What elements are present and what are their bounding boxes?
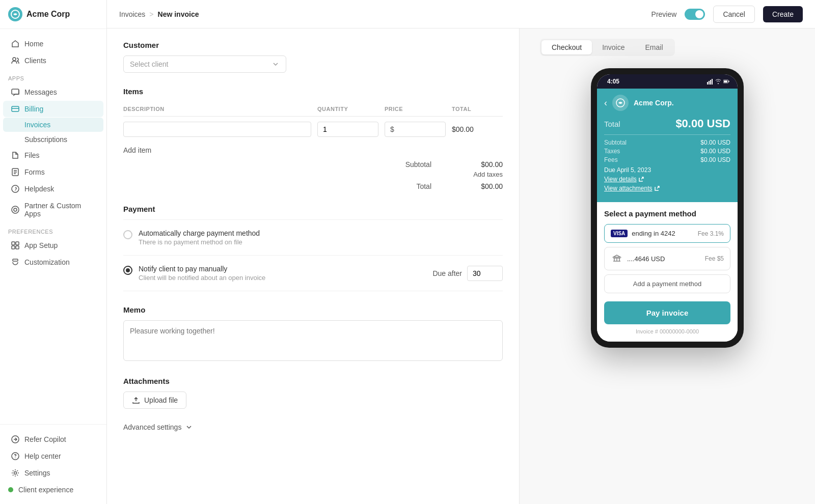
client-select[interactable]: Select client <box>123 55 286 73</box>
svg-rect-21 <box>728 81 729 82</box>
items-section: Items DESCRIPTION QUANTITY PRICE TOTAL <box>123 87 503 190</box>
phone-payment-visa-left: VISA ending in 4242 <box>611 230 675 237</box>
phone-pay-button[interactable]: Pay invoice <box>604 301 730 324</box>
phone-divider <box>604 134 730 135</box>
sidebar-item-forms[interactable]: Forms <box>3 164 103 180</box>
phone-brand-icon <box>612 95 629 111</box>
phone-taxes-row: Taxes $0.00 USD <box>604 148 730 155</box>
memo-title: Memo <box>123 305 503 314</box>
attachments-title: Attachments <box>123 377 503 385</box>
upload-button[interactable]: Upload file <box>123 391 186 409</box>
subtotal-label: Subtotal <box>405 160 431 169</box>
payment-section: Payment Automatically charge payment met… <box>123 205 503 291</box>
subscriptions-label: Subscriptions <box>24 135 67 144</box>
description-input[interactable] <box>123 122 311 137</box>
radio-auto[interactable] <box>123 230 132 239</box>
phone-back-btn[interactable]: ‹ <box>604 98 607 108</box>
phone-fees-row: Fees $0.00 USD <box>604 156 730 163</box>
sidebar-item-settings[interactable]: Settings <box>3 465 103 481</box>
tab-invoice[interactable]: Invoice <box>592 40 635 54</box>
add-item-link[interactable]: Add item <box>123 146 151 154</box>
breadcrumb-invoices-link[interactable]: Invoices <box>119 10 145 18</box>
add-taxes-link[interactable]: Add taxes <box>473 171 503 178</box>
svg-rect-11 <box>16 246 19 249</box>
phone-add-payment-btn[interactable]: Add a payment method <box>604 274 730 293</box>
cancel-button[interactable]: Cancel <box>713 6 755 23</box>
phone-fees-value: $0.00 USD <box>700 156 730 163</box>
client-experience-label: Client experience <box>18 486 73 494</box>
phone-total-row: Total $0.00 USD <box>604 117 730 130</box>
external-link-2-icon <box>655 186 660 191</box>
phone-view-attachments-link[interactable]: View attachments <box>604 185 730 192</box>
visa-badge: VISA <box>611 230 628 237</box>
forms-icon <box>11 168 19 176</box>
price-input[interactable] <box>396 125 432 133</box>
sidebar-item-files[interactable]: Files <box>3 147 103 163</box>
sidebar-item-customization[interactable]: Customization <box>3 254 103 270</box>
phone-header-teal: ‹ Acme Corp. Total <box>597 89 738 202</box>
refer-icon <box>11 435 19 443</box>
sidebar-item-refer[interactable]: Refer Copilot <box>3 431 103 447</box>
phone-payment-bank-left: ....4646 USD <box>611 253 665 265</box>
battery-icon <box>723 78 729 85</box>
sidebar-item-helpdesk[interactable]: Helpdesk <box>3 181 103 197</box>
phone-view-details-link[interactable]: View details <box>604 176 730 183</box>
due-after-input[interactable] <box>467 266 503 281</box>
sidebar-item-invoices[interactable]: Invoices <box>3 118 103 132</box>
messages-icon <box>11 88 19 96</box>
payment-auto-text: Automatically charge payment method Ther… <box>139 229 503 246</box>
svg-rect-2 <box>12 89 19 94</box>
preview-toggle[interactable] <box>685 9 705 20</box>
tab-email[interactable]: Email <box>635 40 673 54</box>
sidebar-item-clients[interactable]: Clients <box>3 52 103 69</box>
phone-payment-visa[interactable]: VISA ending in 4242 Fee 3.1% <box>604 224 730 243</box>
quantity-input[interactable] <box>317 122 378 137</box>
phone-taxes-value: $0.00 USD <box>700 148 730 155</box>
phone-visa-text: ending in 4242 <box>632 230 675 237</box>
phone-total-label: Total <box>604 120 620 128</box>
client-experience-item[interactable]: Client experience <box>0 482 106 498</box>
app-setup-icon <box>11 241 19 249</box>
payment-option-manual: Notify client to pay manually Client wil… <box>123 256 503 291</box>
payment-title: Payment <box>123 205 503 213</box>
bank-building-icon <box>612 254 621 263</box>
total-value: $00.00 <box>472 182 503 190</box>
sidebar-item-messages[interactable]: Messages <box>3 84 103 100</box>
svg-rect-16 <box>707 82 708 85</box>
sidebar-item-app-setup[interactable]: App Setup <box>3 237 103 254</box>
phone-subtotal-row: Subtotal $0.00 USD <box>604 139 730 146</box>
refer-label: Refer Copilot <box>24 435 66 443</box>
phone-bank-text: ....4646 USD <box>627 255 665 263</box>
phone-invoice-num: Invoice # 00000000-0000 <box>604 328 730 334</box>
advanced-settings-toggle[interactable]: Advanced settings <box>123 423 503 431</box>
phone-status-icons <box>707 78 729 85</box>
memo-textarea[interactable] <box>123 320 503 361</box>
customer-section: Customer Select client <box>123 41 503 73</box>
phone-view-attachments-row: View attachments <box>604 185 730 192</box>
col-total: TOTAL <box>452 106 503 112</box>
breadcrumb-current: New invoice <box>158 10 199 18</box>
billing-icon <box>11 105 19 113</box>
phone-payment-title: Select a payment method <box>604 209 730 218</box>
sidebar-item-partner[interactable]: Partner & Custom Apps <box>3 198 103 222</box>
svg-point-6 <box>14 208 17 211</box>
sidebar-nav: Home Clients Apps Messages <box>0 29 106 424</box>
subtotals: Subtotal $00.00 Add taxes Total $00.00 <box>123 160 503 190</box>
phone-payment-bank[interactable]: ....4646 USD Fee $5 <box>604 247 730 270</box>
sidebar-item-subscriptions[interactable]: Subscriptions <box>3 132 103 147</box>
home-icon <box>11 40 19 48</box>
files-icon <box>11 151 19 159</box>
sidebar-item-billing[interactable]: Billing <box>3 101 103 117</box>
sidebar-item-help[interactable]: Help center <box>3 448 103 464</box>
attachments-section: Attachments Upload file <box>123 377 503 409</box>
chevron-down-icon <box>271 60 280 68</box>
subtotal-value: $00.00 <box>472 160 503 169</box>
external-link-icon <box>639 177 644 182</box>
app-setup-label: App Setup <box>24 241 58 249</box>
tab-checkout[interactable]: Checkout <box>541 40 592 54</box>
sidebar-logo[interactable]: Acme Corp <box>0 0 106 29</box>
header-actions: Preview Cancel Create <box>651 6 803 23</box>
sidebar-item-home[interactable]: Home <box>3 36 103 52</box>
radio-manual[interactable] <box>123 266 132 275</box>
create-button[interactable]: Create <box>763 6 803 22</box>
